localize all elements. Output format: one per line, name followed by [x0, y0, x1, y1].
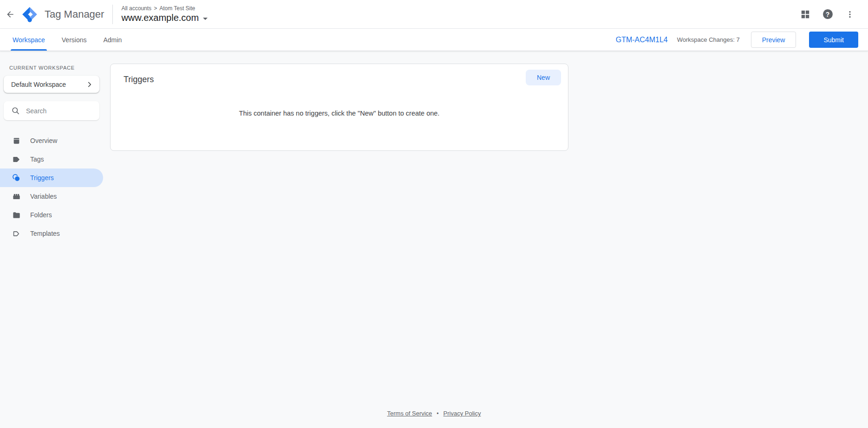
template-icon — [12, 229, 21, 238]
help-icon: ? — [823, 9, 833, 19]
workspace-name: Default Workspace — [11, 81, 85, 88]
folder-icon — [12, 210, 21, 220]
content-area: CURRENT WORKSPACE Default Workspace — [0, 51, 868, 428]
search-input[interactable] — [26, 107, 95, 115]
help-button[interactable]: ? — [819, 6, 836, 23]
back-button[interactable] — [1, 5, 20, 24]
preview-button[interactable]: Preview — [751, 32, 796, 48]
tab-workspace-label: Workspace — [13, 36, 45, 44]
header-divider — [112, 5, 113, 24]
new-trigger-button[interactable]: New — [526, 70, 561, 85]
breadcrumb-container-name[interactable]: Atom Test Site — [159, 5, 195, 12]
top-header: Tag Manager All accounts > Atom Test Sit… — [0, 0, 868, 29]
kebab-menu-icon — [845, 10, 855, 19]
sidebar-item-variables[interactable]: Variables — [0, 187, 103, 206]
sidebar-item-triggers[interactable]: Triggers — [0, 169, 103, 187]
privacy-policy-link[interactable]: Privacy Policy — [444, 410, 481, 417]
container-selector[interactable]: www.example.com — [121, 13, 208, 23]
tab-versions-label: Versions — [62, 36, 87, 44]
sidebar-item-label: Overview — [30, 137, 57, 144]
overview-icon — [12, 136, 21, 145]
sidebar-item-folders[interactable]: Folders — [0, 206, 103, 224]
search-icon — [11, 106, 20, 115]
chevron-right-icon — [85, 80, 94, 89]
grid-icon — [800, 9, 810, 19]
tab-versions[interactable]: Versions — [62, 29, 87, 51]
sidebar-nav: Overview Tags — [0, 131, 103, 243]
app-title: Tag Manager — [45, 8, 104, 20]
variables-icon — [12, 192, 21, 201]
sidebar-item-label: Variables — [30, 193, 57, 200]
sidebar-item-overview[interactable]: Overview — [0, 131, 103, 150]
more-options-button[interactable] — [841, 6, 859, 23]
chevron-down-icon — [203, 18, 208, 20]
breadcrumb: All accounts > Atom Test Site www.exampl… — [121, 5, 208, 23]
breadcrumb-separator: > — [154, 5, 157, 12]
empty-state-message: This container has no triggers, click th… — [111, 110, 568, 117]
tag-manager-logo-icon — [21, 6, 38, 23]
tab-admin[interactable]: Admin — [103, 29, 122, 51]
tag-manager-app: Tag Manager All accounts > Atom Test Sit… — [0, 0, 868, 428]
sidebar: CURRENT WORKSPACE Default Workspace — [0, 51, 103, 428]
submit-button[interactable]: Submit — [809, 32, 858, 48]
tab-admin-label: Admin — [103, 36, 122, 44]
container-domain: www.example.com — [121, 13, 199, 23]
terms-of-service-link[interactable]: Terms of Service — [387, 410, 432, 417]
sidebar-item-templates[interactable]: Templates — [0, 224, 103, 243]
sidebar-item-label: Tags — [30, 156, 44, 163]
sidebar-search — [4, 101, 99, 120]
workspace-grid-button[interactable] — [796, 6, 814, 23]
triggers-card: Triggers New This container has no trigg… — [110, 64, 568, 151]
arrow-left-icon — [6, 10, 15, 19]
sidebar-item-label: Templates — [30, 230, 60, 237]
tab-bar: Workspace Versions Admin GTM-AC4M1L4 Wor… — [0, 29, 868, 51]
active-tab-underline — [11, 49, 47, 51]
trigger-icon — [12, 173, 21, 182]
card-title: Triggers — [124, 71, 154, 84]
tag-icon — [12, 155, 21, 164]
sidebar-item-label: Folders — [30, 211, 52, 219]
current-workspace-label: CURRENT WORKSPACE — [9, 65, 103, 71]
footer-separator: • — [437, 410, 438, 417]
footer: Terms of Service • Privacy Policy — [0, 410, 868, 417]
container-id-link[interactable]: GTM-AC4M1L4 — [616, 36, 668, 44]
breadcrumb-all-accounts[interactable]: All accounts — [121, 5, 151, 12]
tab-workspace[interactable]: Workspace — [13, 29, 45, 51]
workspace-changes-count: Workspace Changes: 7 — [677, 36, 740, 43]
workspace-selector[interactable]: Default Workspace — [4, 76, 99, 93]
sidebar-item-label: Triggers — [30, 174, 54, 182]
sidebar-item-tags[interactable]: Tags — [0, 150, 103, 169]
